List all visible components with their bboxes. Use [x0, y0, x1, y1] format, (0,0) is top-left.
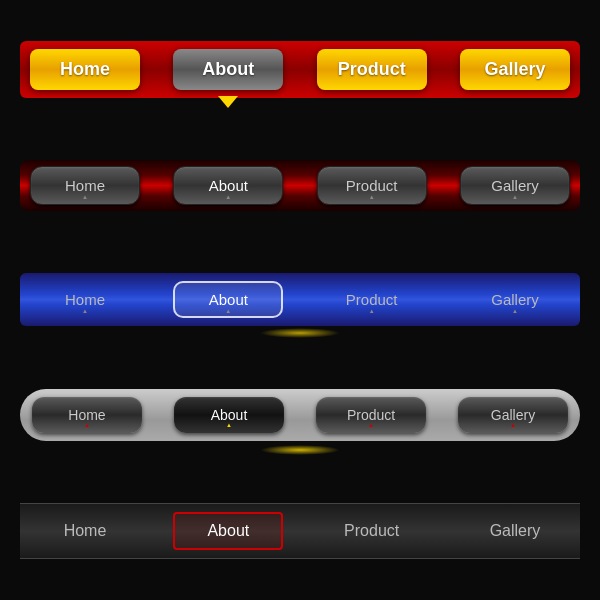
nav5-gallery[interactable]: Gallery: [460, 514, 570, 548]
nav3-product[interactable]: Product: [317, 283, 427, 316]
navbar-5: Home About Product Gallery: [20, 503, 580, 559]
nav3-gallery[interactable]: Gallery: [460, 283, 570, 316]
nav2-gallery[interactable]: Gallery: [460, 166, 570, 205]
nav2-home[interactable]: Home: [30, 166, 140, 205]
nav4-home[interactable]: Home: [32, 397, 142, 433]
nav5-home[interactable]: Home: [30, 514, 140, 548]
nav2-about[interactable]: About: [173, 166, 283, 205]
nav5-product[interactable]: Product: [317, 514, 427, 548]
nav1-product[interactable]: Product: [317, 49, 427, 90]
nav1-gallery[interactable]: Gallery: [460, 49, 570, 90]
nav1-about[interactable]: About: [173, 49, 283, 90]
nav2-product[interactable]: Product: [317, 166, 427, 205]
nav3-home[interactable]: Home: [30, 283, 140, 316]
nav4-product[interactable]: Product: [316, 397, 426, 433]
nav1-home[interactable]: Home: [30, 49, 140, 90]
navbar-1: Home About Product Gallery: [20, 41, 580, 98]
nav4-gallery[interactable]: Gallery: [458, 397, 568, 433]
navbar-3: Home About Product Gallery: [20, 273, 580, 326]
nav3-about[interactable]: About: [173, 281, 283, 318]
navbar-4: Home About Product Gallery: [20, 389, 580, 441]
navbar-2: Home About Product Gallery: [20, 160, 580, 211]
nav5-about[interactable]: About: [173, 512, 283, 550]
nav4-about[interactable]: About: [174, 397, 284, 433]
